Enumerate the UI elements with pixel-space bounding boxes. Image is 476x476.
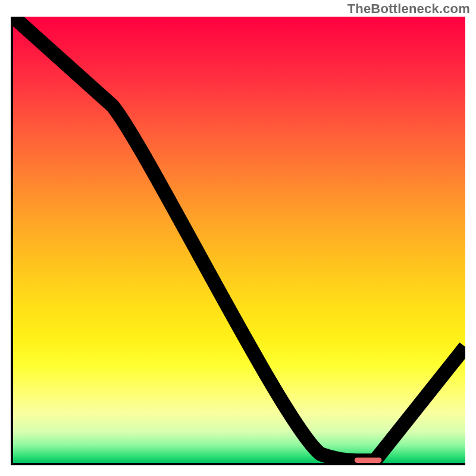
watermark-label: TheBottleneck.com	[347, 1, 470, 17]
chart-container: TheBottleneck.com	[0, 0, 476, 476]
plot-area	[11, 17, 465, 465]
bottleneck-curve	[13, 17, 465, 461]
plot-svg	[13, 17, 465, 463]
highlight-marker	[355, 458, 382, 463]
